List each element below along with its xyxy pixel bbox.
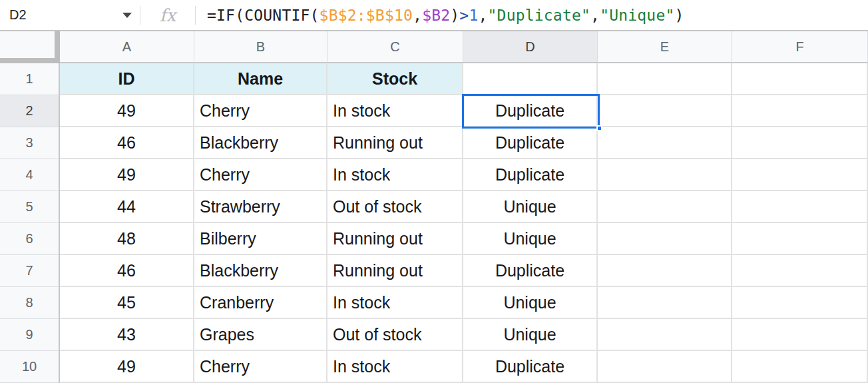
row-header-6[interactable]: 6	[0, 223, 60, 255]
row-header-10[interactable]: 10	[0, 351, 60, 383]
cell-E9[interactable]	[598, 319, 732, 351]
cell-C1[interactable]: Stock	[327, 63, 463, 95]
formula-segment: =IF(COUNTIF(	[207, 7, 320, 24]
cell-D7[interactable]: Duplicate	[463, 255, 598, 287]
cell-A1[interactable]: ID	[60, 63, 194, 95]
cell-D3[interactable]: Duplicate	[463, 127, 598, 159]
cell-F5[interactable]	[732, 191, 868, 223]
column-header-B[interactable]: B	[194, 31, 327, 63]
row-header-1[interactable]: 1	[0, 63, 60, 95]
cell-B9[interactable]: Grapes	[194, 319, 327, 351]
row-header-3[interactable]: 3	[0, 127, 60, 159]
cell-A10[interactable]: 49	[60, 351, 194, 383]
cell-B8[interactable]: Cranberry	[194, 287, 327, 319]
select-all-corner[interactable]	[0, 31, 60, 63]
cell-E5[interactable]	[598, 191, 732, 223]
formula-segment: )	[450, 7, 459, 24]
cell-B3[interactable]: Blackberry	[194, 127, 327, 159]
formula-input[interactable]: =IF(COUNTIF($B$2:$B$10,$B2)>1,"Duplicate…	[196, 0, 868, 30]
formula-segment: >	[459, 7, 469, 24]
cell-A8[interactable]: 45	[60, 287, 194, 319]
cell-A3[interactable]: 46	[60, 127, 194, 159]
cell-F3[interactable]	[732, 127, 868, 159]
cell-E2[interactable]	[598, 95, 732, 127]
formula-segment: ,	[413, 7, 422, 24]
row-header-5[interactable]: 5	[0, 191, 60, 223]
formula-segment: "Unique"	[600, 7, 674, 24]
formula-segment: "Duplicate"	[488, 7, 591, 24]
cell-F2[interactable]	[732, 95, 868, 127]
cell-D10[interactable]: Duplicate	[463, 351, 598, 383]
row-header-4[interactable]: 4	[0, 159, 60, 191]
cell-E6[interactable]	[598, 223, 732, 255]
row-header-9[interactable]: 9	[0, 319, 60, 351]
name-box-dropdown-icon[interactable]	[122, 13, 132, 18]
cell-C7[interactable]: Running out	[327, 255, 463, 287]
cell-B1[interactable]: Name	[194, 63, 327, 95]
column-header-A[interactable]: A	[60, 31, 194, 63]
column-header-D[interactable]: D	[463, 31, 598, 63]
formula-segment: 1	[469, 7, 478, 24]
formula-bar: D2 fx =IF(COUNTIF($B$2:$B$10,$B2)>1,"Dup…	[0, 0, 868, 31]
row-header-7[interactable]: 7	[0, 255, 60, 287]
cell-F7[interactable]	[732, 255, 868, 287]
cell-A7[interactable]: 46	[60, 255, 194, 287]
cell-F9[interactable]	[732, 319, 868, 351]
row-header-2[interactable]: 2	[0, 95, 60, 127]
cell-E7[interactable]	[598, 255, 732, 287]
cell-D2[interactable]: Duplicate	[463, 95, 598, 127]
cell-A5[interactable]: 44	[60, 191, 194, 223]
cell-C5[interactable]: Out of stock	[327, 191, 463, 223]
cell-C8[interactable]: In stock	[327, 287, 463, 319]
cell-F10[interactable]	[732, 351, 868, 383]
column-header-C[interactable]: C	[327, 31, 463, 63]
cell-F6[interactable]	[732, 223, 868, 255]
formula-segment: $B2	[422, 7, 450, 24]
name-box-value: D2	[9, 7, 27, 23]
cell-A4[interactable]: 49	[60, 159, 194, 191]
cell-D6[interactable]: Unique	[463, 223, 598, 255]
cell-B7[interactable]: Blackberry	[194, 255, 327, 287]
cell-A9[interactable]: 43	[60, 319, 194, 351]
cell-A6[interactable]: 48	[60, 223, 194, 255]
formula-segment: $B$2:$B$10	[320, 7, 413, 24]
cell-F4[interactable]	[732, 159, 868, 191]
cell-E8[interactable]	[598, 287, 732, 319]
cell-D9[interactable]: Unique	[463, 319, 598, 351]
cell-B10[interactable]: Cherry	[194, 351, 327, 383]
spreadsheet-grid: ABCDEF1IDNameStock249CherryIn stockDupli…	[0, 31, 868, 383]
cell-C10[interactable]: In stock	[327, 351, 463, 383]
cell-C9[interactable]: Out of stock	[327, 319, 463, 351]
formula-segment: ,	[590, 7, 600, 24]
cell-B2[interactable]: Cherry	[194, 95, 327, 127]
formula-segment: ,	[478, 7, 487, 24]
cell-D4[interactable]: Duplicate	[463, 159, 598, 191]
formula-segment: )	[675, 7, 684, 24]
fill-handle-icon[interactable]	[596, 125, 602, 131]
cell-C2[interactable]: In stock	[327, 95, 463, 127]
cell-B5[interactable]: Strawberry	[194, 191, 327, 223]
cell-B4[interactable]: Cherry	[194, 159, 327, 191]
fx-icon: fx	[140, 5, 195, 25]
name-box[interactable]: D2	[0, 0, 140, 30]
cell-E3[interactable]	[598, 127, 732, 159]
cell-E10[interactable]	[598, 351, 732, 383]
cell-F1[interactable]	[732, 63, 868, 95]
cell-D1[interactable]	[463, 63, 598, 95]
cell-B6[interactable]: Bilberry	[194, 223, 327, 255]
cell-E1[interactable]	[598, 63, 732, 95]
row-header-8[interactable]: 8	[0, 287, 60, 319]
cell-D5[interactable]: Unique	[463, 191, 598, 223]
cell-F8[interactable]	[732, 287, 868, 319]
cell-C6[interactable]: Running out	[327, 223, 463, 255]
cell-E4[interactable]	[598, 159, 732, 191]
cell-C3[interactable]: Running out	[327, 127, 463, 159]
cell-C4[interactable]: In stock	[327, 159, 463, 191]
cell-D8[interactable]: Unique	[463, 287, 598, 319]
column-header-F[interactable]: F	[732, 31, 868, 63]
column-header-E[interactable]: E	[598, 31, 732, 63]
cell-A2[interactable]: 49	[60, 95, 194, 127]
